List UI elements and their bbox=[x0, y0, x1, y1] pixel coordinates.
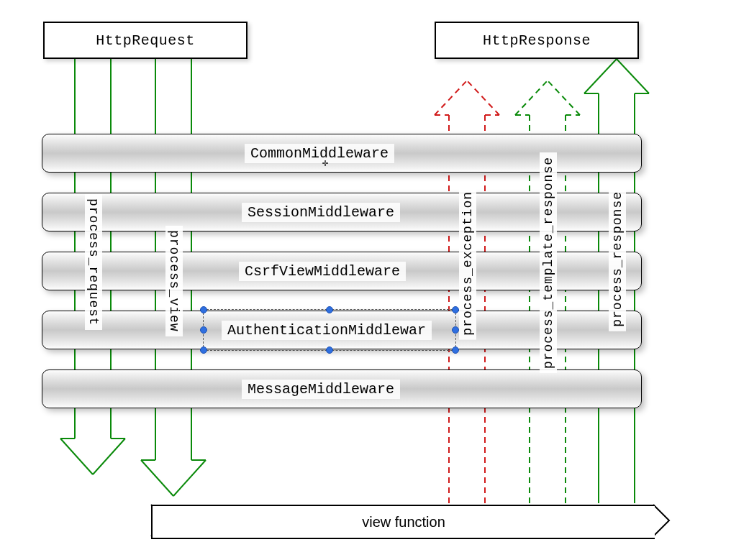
mw-label-message: MessageMiddleware bbox=[242, 380, 400, 399]
svg-line-28 bbox=[584, 59, 617, 93]
selection-box[interactable] bbox=[203, 309, 456, 351]
label-process-request: process_request bbox=[85, 194, 102, 330]
mw-label-csrf: CsrfViewMiddleware bbox=[239, 262, 406, 281]
svg-line-29 bbox=[617, 59, 649, 93]
svg-line-17 bbox=[467, 81, 499, 115]
label-process-template-response: process_template_response bbox=[540, 152, 557, 373]
svg-line-10 bbox=[141, 460, 173, 496]
view-function-label: view function bbox=[362, 514, 445, 531]
http-request-label: HttpRequest bbox=[96, 32, 195, 49]
http-response-label: HttpResponse bbox=[483, 32, 591, 49]
http-response-box: HttpResponse bbox=[435, 22, 639, 59]
mw-label-common: CommonMiddleware bbox=[245, 144, 394, 163]
selection-handle-e[interactable] bbox=[452, 326, 459, 334]
selection-handle-n[interactable] bbox=[326, 306, 333, 313]
http-request-box: HttpRequest bbox=[43, 22, 248, 59]
selection-handle-ne[interactable] bbox=[452, 306, 459, 313]
mw-label-session: SessionMiddleware bbox=[242, 203, 400, 222]
selection-handle-se[interactable] bbox=[452, 346, 459, 354]
svg-line-5 bbox=[93, 439, 125, 474]
label-process-view: process_view bbox=[165, 226, 183, 336]
selection-handle-sw[interactable] bbox=[200, 346, 207, 354]
view-function-box: view function bbox=[151, 505, 655, 539]
text-cursor-icon: ✛ bbox=[322, 157, 328, 169]
svg-line-22 bbox=[515, 81, 548, 115]
selection-handle-s[interactable] bbox=[326, 346, 333, 354]
svg-line-23 bbox=[548, 81, 580, 115]
label-process-exception: process_exception bbox=[459, 187, 476, 340]
svg-line-11 bbox=[173, 460, 206, 496]
svg-line-16 bbox=[435, 81, 467, 115]
diagram-stage: HttpRequest HttpResponse CommonMiddlewar… bbox=[0, 0, 731, 560]
selection-handle-nw[interactable] bbox=[200, 306, 207, 313]
view-function-arrowhead bbox=[653, 505, 669, 536]
selection-handle-w[interactable] bbox=[200, 326, 207, 334]
svg-line-4 bbox=[60, 439, 93, 474]
label-process-response: process_response bbox=[609, 187, 626, 331]
